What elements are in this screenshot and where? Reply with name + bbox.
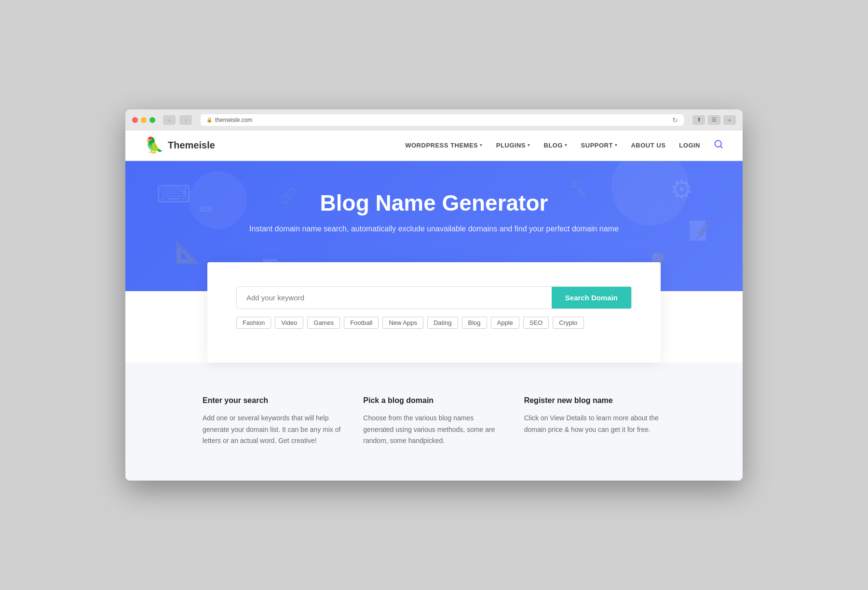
chevron-down-icon: ▾ xyxy=(480,143,483,148)
tag-dating[interactable]: Dating xyxy=(427,317,458,329)
tag-fashion[interactable]: Fashion xyxy=(236,317,271,329)
step-2-description: Choose from the various blog names gener… xyxy=(363,413,504,447)
reader-button[interactable]: ☰ xyxy=(708,115,720,125)
tag-video[interactable]: Video xyxy=(275,317,303,329)
step-1: Enter your search Add one or several key… xyxy=(203,391,344,452)
search-bar: Search Domain xyxy=(236,286,632,309)
chevron-down-icon: ▾ xyxy=(615,143,618,148)
step-1-description: Add one or several keywords that will he… xyxy=(203,413,344,447)
nav-about-us[interactable]: ABOUT US xyxy=(631,142,665,149)
steps-section: Enter your search Add one or several key… xyxy=(125,362,743,481)
browser-window: ‹ › 🔒 themeisle.com ↻ ⬆ ☰ + 🦜 Themeisle xyxy=(125,109,743,481)
chevron-down-icon: ▾ xyxy=(565,143,568,148)
keyword-tags: Fashion Video Games Football New Apps Da… xyxy=(236,317,632,329)
search-input[interactable] xyxy=(237,287,552,308)
step-3-description: Click on View Details to learn more abou… xyxy=(524,413,665,436)
nav-support[interactable]: SUPPORT ▾ xyxy=(581,142,618,149)
nav-blog[interactable]: BLOG ▾ xyxy=(544,142,568,149)
search-card-wrapper: Search Domain Fashion Video Games Footba… xyxy=(125,262,743,362)
step-2-title: Pick a blog domain xyxy=(363,396,504,405)
step-1-title: Enter your search xyxy=(203,396,344,405)
browser-chrome: ‹ › 🔒 themeisle.com ↻ ⬆ ☰ + xyxy=(125,109,743,130)
search-icon[interactable] xyxy=(714,139,723,151)
forward-button[interactable]: › xyxy=(179,115,192,125)
browser-actions: ⬆ ☰ + xyxy=(692,115,736,125)
nav-plugins[interactable]: PLUGINS ▾ xyxy=(496,142,530,149)
tag-crypto[interactable]: Crypto xyxy=(553,317,583,329)
url-bar[interactable]: 🔒 themeisle.com ↻ xyxy=(201,114,684,126)
tag-games[interactable]: Games xyxy=(307,317,340,329)
maximize-button[interactable] xyxy=(149,117,155,123)
share-button[interactable]: ⬆ xyxy=(692,115,705,125)
browser-controls: ‹ › 🔒 themeisle.com ↻ ⬆ ☰ + xyxy=(132,114,736,126)
logo[interactable]: 🦜 Themeisle xyxy=(145,136,215,154)
logo-icon: 🦜 xyxy=(145,136,164,154)
close-button[interactable] xyxy=(132,117,138,123)
url-text: themeisle.com xyxy=(215,117,252,123)
tag-seo[interactable]: SEO xyxy=(523,317,549,329)
tag-blog[interactable]: Blog xyxy=(462,317,487,329)
tag-football[interactable]: Football xyxy=(344,317,379,329)
hero-title: Blog Name Generator xyxy=(145,190,723,216)
nav-wordpress-themes[interactable]: WORDPRESS THEMES ▾ xyxy=(405,142,483,149)
minimize-button[interactable] xyxy=(141,117,147,123)
step-2: Pick a blog domain Choose from the vario… xyxy=(363,391,504,452)
hero-subtitle: Instant domain name search, automaticall… xyxy=(145,225,723,233)
nav-login[interactable]: LOGIN xyxy=(679,142,700,149)
new-tab-button[interactable]: + xyxy=(723,115,736,125)
hero-section: ⌨ ✏ 📐 ⚙ 📝 💡 🔗 📊 🔧 Blog Name Generator In… xyxy=(125,161,743,362)
logo-text: Themeisle xyxy=(168,140,215,151)
step-3-title: Register new blog name xyxy=(524,396,665,405)
chevron-down-icon: ▾ xyxy=(528,143,530,148)
website: 🦜 Themeisle WORDPRESS THEMES ▾ PLUGINS ▾… xyxy=(125,130,743,481)
tag-apple[interactable]: Apple xyxy=(491,317,519,329)
main-nav: WORDPRESS THEMES ▾ PLUGINS ▾ BLOG ▾ SUPP… xyxy=(405,139,723,151)
traffic-lights xyxy=(132,117,155,123)
lock-icon: 🔒 xyxy=(206,117,212,122)
back-button[interactable]: ‹ xyxy=(163,115,176,125)
search-card: Search Domain Fashion Video Games Footba… xyxy=(207,262,661,362)
step-3: Register new blog name Click on View Det… xyxy=(524,391,665,452)
svg-line-1 xyxy=(720,146,722,148)
reload-icon[interactable]: ↻ xyxy=(672,116,678,124)
site-header: 🦜 Themeisle WORDPRESS THEMES ▾ PLUGINS ▾… xyxy=(125,130,743,161)
tag-new-apps[interactable]: New Apps xyxy=(382,317,423,329)
search-domain-button[interactable]: Search Domain xyxy=(552,287,631,308)
